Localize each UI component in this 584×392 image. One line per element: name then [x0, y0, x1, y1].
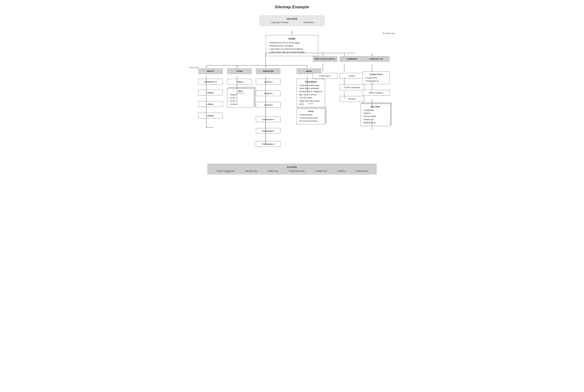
- primary-nav-label: Primary Nav: [189, 66, 199, 69]
- connector-header-home: [292, 30, 292, 35]
- secondary-nav-label: Secondary Nav: [382, 32, 395, 34]
- about-the-firm-box[interactable]: About the Firm: [198, 79, 223, 84]
- service2-box[interactable]: Service 2: [256, 90, 280, 96]
- footer-section: FOOTER © 2017 Copyright Info Site Map Li…: [207, 164, 377, 174]
- bios-box[interactable]: Bios Phone Email vCard LinkedIn: [227, 88, 254, 108]
- footer-item-3: Social Media Links: [288, 170, 305, 172]
- contact-us-nav-bar: CONTACT US: [363, 56, 390, 62]
- office-locations-box[interactable]: Office Locations: [363, 90, 390, 96]
- current-openings-box[interactable]: Current Openings: [340, 84, 364, 90]
- header-box: HEADER Logo (links to Home) Site Search: [260, 16, 324, 26]
- employee-portal-nav-bar: EMPLOYEE PORTAL: [313, 56, 337, 62]
- team-nav-bar: TEAM: [227, 68, 252, 74]
- sub-service3-box[interactable]: Sub-Service 3: [256, 141, 280, 147]
- service3-box[interactable]: Service 3: [256, 102, 280, 108]
- home-box: HOME Animation with links to interior pa…: [266, 35, 318, 56]
- careers-nav-bar: CAREERS: [340, 56, 364, 62]
- contact-form-box[interactable]: Contact Form Contact Form eNews Sign up: [363, 72, 390, 84]
- team-box[interactable]: Team: [227, 79, 252, 84]
- footer-item-0: © 2017 Copyright Info: [215, 170, 234, 172]
- footer-item-6: Phone Number: [355, 170, 369, 172]
- header-section: HEADER Logo (links to Home) Site Search: [3, 16, 581, 26]
- home-item-3: Call-to-Action: Sign up for email newsle…: [269, 50, 315, 54]
- careers-box[interactable]: Careers: [340, 73, 364, 79]
- home-area: Secondary Nav HOME Animation with links …: [3, 35, 581, 56]
- sub-service2-box[interactable]: Sub-Service 2: [256, 128, 280, 134]
- footer-items: © 2017 Copyright Info Site Map Link Twit…: [211, 170, 373, 172]
- sub-service1-box[interactable]: Sub-Service 1: [256, 116, 280, 122]
- header-label: HEADER: [263, 18, 321, 20]
- awards-box[interactable]: Awards: [198, 113, 223, 118]
- home-item-2: Latest News (3-4 most recent headlines): [269, 48, 315, 50]
- footer-item-5: Address: [337, 170, 345, 172]
- header-item-search: Site Search: [303, 21, 314, 24]
- home-label: HOME: [269, 37, 315, 40]
- page-title: Sitemap Example: [3, 4, 581, 10]
- footer-item-1: Site Map Link: [244, 170, 257, 172]
- about-nav-bar: ABOUT: [198, 68, 223, 74]
- services-nav-bar: SERVICES: [256, 68, 280, 74]
- diagram-container: ABOUT About the Firm History Values Awar…: [189, 56, 395, 158]
- home-items: Animation with links to interior pages. …: [269, 41, 315, 54]
- news-blog-box[interactable]: News (Blog) Blog-style landing page Basi…: [297, 79, 325, 108]
- about-label: ABOUT: [198, 68, 223, 74]
- home-item-0: Animation with links to interior pages.: [269, 41, 315, 44]
- footer-title: FOOTER: [211, 166, 373, 168]
- history-box[interactable]: History: [198, 90, 223, 95]
- header-items: Logo (links to Home) Site Search: [263, 21, 321, 24]
- header-item-logo: Logo (links to Home): [270, 21, 288, 24]
- city-state-box[interactable]: City, State Google Map Address Phone Num…: [360, 104, 390, 126]
- benefits-box[interactable]: Benefits: [340, 96, 364, 102]
- portal-login-box[interactable]: Portal Log-In: [313, 73, 337, 79]
- values-box[interactable]: Values: [198, 101, 223, 107]
- footer-item-4: Contact Form: [315, 170, 327, 172]
- footer-item-2: Twitter Feed: [267, 170, 278, 172]
- home-item-1: Marketing-driven messaging.: [269, 44, 315, 47]
- service1-box[interactable]: Service 1: [256, 79, 280, 84]
- posts-box[interactable]: Posts Featured photo Social sharing opti…: [297, 108, 325, 124]
